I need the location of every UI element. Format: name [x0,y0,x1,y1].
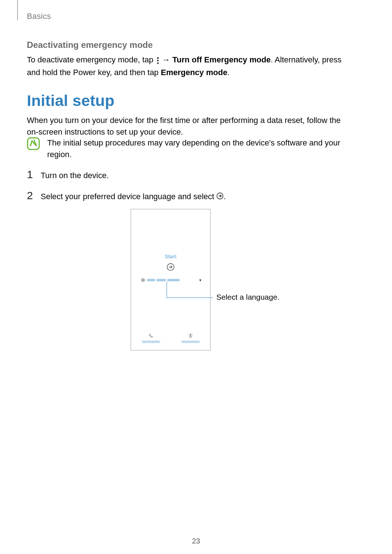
step-2-text: Select your preferred device language an… [41,191,226,203]
accessibility-icon [188,333,193,339]
para1-text-a: To deactivate emergency mode, tap [27,55,156,64]
deactivate-paragraph: To deactivate emergency mode, tap → Turn… [27,54,343,79]
step-2-text-a: Select your preferred device language an… [41,192,216,201]
callout-hline [167,297,213,298]
svg-rect-3 [28,138,39,149]
note-icon [27,137,40,152]
step-1: 1 Turn on the device. [27,168,109,181]
note-text: The initial setup procedures may vary de… [47,137,346,160]
para1-text-e: . [227,68,229,77]
section-subtitle: Deactivating emergency mode [27,40,153,50]
callout-label: Select a language. [216,293,279,301]
next-circle-icon [216,191,224,203]
para1-bold-b: Turn off Emergency mode [172,55,271,64]
phone-screenshot: Start ▼ [131,209,211,350]
step-1-text: Turn on the device. [41,170,109,181]
more-options-icon [156,54,160,66]
phone-bottom-row [131,333,210,343]
phone-accessibility [180,333,201,343]
chapter-label: Basics [27,12,51,21]
svg-point-2 [157,62,159,64]
step-1-number: 1 [27,168,34,181]
header-rule [17,0,18,20]
step-2-number: 2 [27,189,34,202]
callout-vline [167,282,167,297]
phone-next-icon [167,263,175,272]
step-2: 2 Select your preferred device language … [27,189,226,203]
phone-language-row: ▼ [141,277,202,283]
phone-language-placeholder [147,279,180,281]
para1-bold-d: Emergency mode [161,68,227,77]
globe-icon [141,277,145,283]
step-2-text-b: . [224,192,226,201]
phone-emergency-call [140,333,162,343]
svg-point-7 [190,334,191,335]
page-title: Initial setup [27,92,115,110]
note-row: The initial setup procedures may vary de… [27,137,346,160]
svg-point-0 [157,57,158,59]
phone-start-label: Start [131,254,210,259]
page-number: 23 [0,537,392,545]
phone-call-icon [149,333,153,339]
intro-paragraph: When you turn on your device for the fir… [27,115,347,138]
chevron-down-icon: ▼ [199,278,202,282]
para1-arrow: → [160,55,172,64]
svg-point-1 [157,60,159,61]
